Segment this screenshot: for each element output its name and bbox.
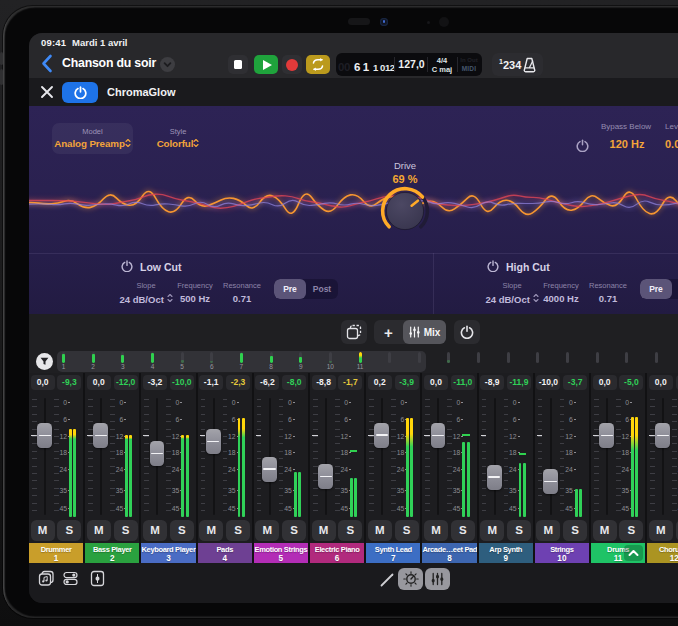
volume-value[interactable]: -8,8 [312, 375, 336, 391]
navigator-channel-4[interactable]: 4 [142, 352, 162, 370]
fader-handle[interactable] [655, 423, 670, 448]
cycle-button[interactable] [306, 55, 330, 74]
copy-strip-settings-button[interactable] [341, 320, 367, 344]
low-cut-frequency[interactable]: Frequency500 Hz [170, 281, 220, 304]
count-in-button[interactable]: 1234 [499, 58, 521, 71]
peak-value[interactable]: -1,7 [338, 375, 362, 391]
low-cut-power-icon[interactable] [121, 260, 133, 272]
drive-knob[interactable] [375, 181, 435, 241]
mix-button[interactable]: Mix [403, 320, 446, 344]
solo-button[interactable]: S [282, 520, 306, 541]
high-cut-post-button[interactable]: Post [672, 279, 678, 299]
bypass-below-value[interactable]: 120 Hz [602, 138, 652, 150]
smart-controls-button[interactable] [398, 568, 423, 590]
volume-value[interactable]: -10,0 [536, 375, 560, 391]
solo-button[interactable]: S [226, 520, 250, 541]
mute-button[interactable]: M [87, 520, 111, 541]
navigator-channel-extra[interactable] [380, 352, 400, 364]
high-cut-power-icon[interactable] [487, 260, 499, 272]
volume-value[interactable]: 0,0 [87, 375, 111, 391]
solo-button[interactable]: S [619, 520, 643, 541]
metronome-icon[interactable] [522, 57, 537, 73]
back-chevron-icon[interactable] [40, 54, 54, 73]
plugin-power-button[interactable] [62, 82, 98, 103]
peak-value[interactable]: -12,0 [114, 375, 138, 391]
track-name-bar[interactable]: Arcade…eet Pad8 [422, 543, 476, 564]
track-name-bar[interactable]: Drums11 [591, 543, 645, 564]
volume-value[interactable]: 0,0 [593, 375, 617, 391]
navigator-channel-9[interactable]: 9 [291, 352, 311, 370]
high-cut-resonance[interactable]: Resonance0.71 [582, 281, 634, 304]
mute-button[interactable]: M [312, 520, 336, 541]
mute-button[interactable]: M [199, 520, 223, 541]
navigator-channel-10[interactable]: 10 [320, 352, 340, 370]
navigator-channel-extra[interactable] [439, 352, 459, 364]
low-cut-post-button[interactable]: Post [306, 279, 338, 299]
volume-value[interactable]: 0,0 [649, 375, 673, 391]
solo-button[interactable]: S [395, 520, 419, 541]
low-cut-slope[interactable]: Slope24 dB/Oct [118, 281, 174, 305]
track-name-bar[interactable]: Keyboard Player3 [141, 543, 195, 564]
track-name-bar[interactable]: Chorus V12 [647, 543, 678, 564]
controls-icon[interactable] [62, 570, 78, 586]
peak-value[interactable]: -3,7 [563, 375, 587, 391]
mixer-power-button[interactable] [454, 320, 480, 344]
navigator-channel-6[interactable]: 6 [202, 352, 222, 370]
track-name-bar[interactable]: Arp Synth9 [479, 543, 533, 564]
project-menu-button[interactable] [160, 57, 175, 72]
mute-button[interactable]: M [143, 520, 167, 541]
loop-browser-icon[interactable] [38, 570, 54, 586]
solo-button[interactable]: S [338, 520, 362, 541]
navigator-channel-8[interactable]: 8 [261, 352, 281, 370]
navigator-channel-11[interactable]: 11 [350, 352, 370, 370]
style-selector[interactable]: Style Colorful [145, 123, 211, 154]
navigator-channel-extra[interactable] [617, 352, 637, 364]
navigator-channel-extra[interactable] [558, 352, 578, 364]
fader-handle[interactable] [37, 423, 52, 448]
low-cut-pre-button[interactable]: Pre [274, 279, 306, 299]
volume-value[interactable]: 0,0 [424, 375, 448, 391]
mute-button[interactable]: M [593, 520, 617, 541]
volume-value[interactable]: 0,0 [31, 375, 55, 391]
track-name-bar[interactable]: Synth Lead7 [366, 543, 420, 564]
mute-button[interactable]: M [649, 520, 673, 541]
track-name-bar[interactable]: Pads4 [198, 543, 252, 564]
high-cut-frequency[interactable]: Frequency4000 Hz [536, 281, 586, 304]
navigator-channel-7[interactable]: 7 [231, 352, 251, 370]
peak-value[interactable]: -5,0 [619, 375, 643, 391]
navigator-channel-1[interactable]: 1 [54, 352, 74, 370]
track-name-bar[interactable]: Drummer1 [29, 543, 83, 564]
collapse-strip-button[interactable] [624, 545, 643, 561]
model-selector[interactable]: Model Analog Preamp [52, 123, 133, 154]
peak-value[interactable]: -11,9 [507, 375, 531, 391]
fader-handle[interactable] [374, 423, 389, 448]
mute-button[interactable]: M [480, 520, 504, 541]
navigator-channel-extra[interactable] [647, 352, 667, 364]
track-name-bar[interactable]: Bass Player2 [85, 543, 139, 564]
fader-handle[interactable] [150, 441, 165, 466]
volume-value[interactable]: -3,2 [143, 375, 167, 391]
navigator-channel-3[interactable]: 3 [113, 352, 133, 370]
filter-button[interactable] [36, 353, 53, 370]
level-value[interactable]: 0.0 [665, 138, 678, 150]
solo-button[interactable]: S [114, 520, 138, 541]
fader-handle[interactable] [431, 423, 446, 448]
track-name-bar[interactable]: Emotion Strings5 [254, 543, 308, 564]
volume-value[interactable]: 0,2 [368, 375, 392, 391]
navigator-channel-2[interactable]: 2 [83, 352, 103, 370]
mute-button[interactable]: M [31, 520, 55, 541]
solo-button[interactable]: S [451, 520, 475, 541]
navigator-channel-extra[interactable] [528, 352, 548, 364]
peak-value[interactable]: -9,3 [57, 375, 81, 391]
add-track-button[interactable]: + [374, 320, 403, 344]
solo-button[interactable]: S [57, 520, 81, 541]
volume-value[interactable]: -6,2 [255, 375, 279, 391]
fader-handle[interactable] [206, 429, 221, 454]
fader-handle[interactable] [599, 423, 614, 448]
peak-value[interactable]: -3,9 [395, 375, 419, 391]
volume-value[interactable]: -8,9 [480, 375, 504, 391]
high-cut-slope[interactable]: Slope24 dB/Oct [484, 281, 540, 305]
peak-value[interactable]: -2,3 [226, 375, 250, 391]
navigator-channel-extra[interactable] [587, 352, 607, 364]
navigator-channel-5[interactable]: 5 [172, 352, 192, 370]
